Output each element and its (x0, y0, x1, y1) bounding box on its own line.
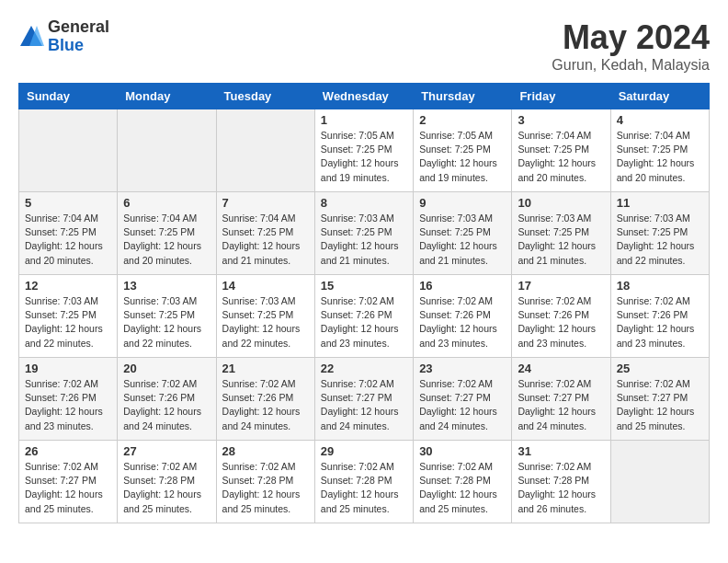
day-number: 9 (419, 196, 506, 210)
day-number: 13 (123, 279, 210, 293)
day-cell: 9Sunrise: 7:03 AM Sunset: 7:25 PM Daylig… (414, 192, 512, 275)
day-info: Sunrise: 7:04 AM Sunset: 7:25 PM Dayligh… (222, 212, 309, 268)
day-cell: 11Sunrise: 7:03 AM Sunset: 7:25 PM Dayli… (610, 192, 709, 275)
day-info: Sunrise: 7:02 AM Sunset: 7:27 PM Dayligh… (419, 377, 506, 433)
day-cell: 5Sunrise: 7:04 AM Sunset: 7:25 PM Daylig… (19, 192, 118, 275)
day-info: Sunrise: 7:04 AM Sunset: 7:25 PM Dayligh… (25, 212, 111, 268)
day-info: Sunrise: 7:02 AM Sunset: 7:28 PM Dayligh… (518, 460, 604, 516)
day-header-monday: Monday (118, 84, 216, 109)
page-header: General Blue May 2024 Gurun, Kedah, Mala… (18, 18, 710, 74)
day-cell: 6Sunrise: 7:04 AM Sunset: 7:25 PM Daylig… (118, 192, 216, 275)
day-cell: 15Sunrise: 7:02 AM Sunset: 7:26 PM Dayli… (314, 275, 413, 358)
day-cell: 18Sunrise: 7:02 AM Sunset: 7:26 PM Dayli… (610, 275, 709, 358)
day-info: Sunrise: 7:02 AM Sunset: 7:27 PM Dayligh… (25, 460, 111, 516)
day-number: 14 (222, 279, 309, 293)
day-cell: 16Sunrise: 7:02 AM Sunset: 7:26 PM Dayli… (414, 275, 512, 358)
day-info: Sunrise: 7:02 AM Sunset: 7:26 PM Dayligh… (518, 294, 604, 350)
day-number: 2 (419, 113, 506, 127)
day-header-tuesday: Tuesday (216, 84, 314, 109)
week-row-3: 12Sunrise: 7:03 AM Sunset: 7:25 PM Dayli… (19, 275, 710, 358)
day-cell: 30Sunrise: 7:02 AM Sunset: 7:28 PM Dayli… (414, 441, 512, 523)
day-info: Sunrise: 7:02 AM Sunset: 7:26 PM Dayligh… (617, 294, 703, 350)
day-info: Sunrise: 7:04 AM Sunset: 7:25 PM Dayligh… (617, 129, 703, 185)
day-cell: 28Sunrise: 7:02 AM Sunset: 7:28 PM Dayli… (216, 441, 314, 523)
day-info: Sunrise: 7:02 AM Sunset: 7:27 PM Dayligh… (518, 377, 604, 433)
day-cell: 29Sunrise: 7:02 AM Sunset: 7:28 PM Dayli… (314, 441, 413, 523)
day-number: 23 (419, 362, 506, 375)
day-number: 15 (321, 279, 407, 293)
day-cell (610, 441, 709, 523)
day-cell: 13Sunrise: 7:03 AM Sunset: 7:25 PM Dayli… (118, 275, 216, 358)
day-cell: 3Sunrise: 7:04 AM Sunset: 7:25 PM Daylig… (512, 109, 610, 192)
day-info: Sunrise: 7:03 AM Sunset: 7:25 PM Dayligh… (222, 294, 309, 350)
day-info: Sunrise: 7:04 AM Sunset: 7:25 PM Dayligh… (123, 212, 210, 268)
day-cell: 22Sunrise: 7:02 AM Sunset: 7:27 PM Dayli… (314, 358, 413, 441)
day-cell: 21Sunrise: 7:02 AM Sunset: 7:26 PM Dayli… (216, 358, 314, 441)
day-info: Sunrise: 7:02 AM Sunset: 7:26 PM Dayligh… (222, 377, 309, 433)
day-cell: 24Sunrise: 7:02 AM Sunset: 7:27 PM Dayli… (512, 358, 610, 441)
day-cell: 20Sunrise: 7:02 AM Sunset: 7:26 PM Dayli… (118, 358, 216, 441)
day-cell (19, 109, 118, 192)
location-subtitle: Gurun, Kedah, Malaysia (552, 57, 710, 74)
day-info: Sunrise: 7:05 AM Sunset: 7:25 PM Dayligh… (321, 129, 407, 185)
day-number: 11 (617, 196, 703, 210)
day-cell: 26Sunrise: 7:02 AM Sunset: 7:27 PM Dayli… (19, 441, 118, 523)
day-cell: 10Sunrise: 7:03 AM Sunset: 7:25 PM Dayli… (512, 192, 610, 275)
day-number: 7 (222, 196, 309, 210)
day-info: Sunrise: 7:02 AM Sunset: 7:28 PM Dayligh… (419, 460, 506, 516)
day-cell: 25Sunrise: 7:02 AM Sunset: 7:27 PM Dayli… (610, 358, 709, 441)
day-cell: 8Sunrise: 7:03 AM Sunset: 7:25 PM Daylig… (314, 192, 413, 275)
day-number: 30 (419, 444, 506, 458)
day-number: 8 (321, 196, 407, 210)
logo-blue-text: Blue (48, 37, 109, 55)
day-number: 26 (25, 444, 111, 458)
day-number: 29 (321, 444, 407, 458)
week-row-4: 19Sunrise: 7:02 AM Sunset: 7:26 PM Dayli… (19, 358, 710, 441)
day-info: Sunrise: 7:05 AM Sunset: 7:25 PM Dayligh… (419, 129, 506, 185)
day-number: 21 (222, 362, 309, 375)
day-info: Sunrise: 7:02 AM Sunset: 7:27 PM Dayligh… (321, 377, 407, 433)
day-info: Sunrise: 7:02 AM Sunset: 7:26 PM Dayligh… (25, 377, 111, 433)
day-header-saturday: Saturday (610, 84, 709, 109)
day-number: 17 (518, 279, 604, 293)
week-row-5: 26Sunrise: 7:02 AM Sunset: 7:27 PM Dayli… (19, 441, 710, 523)
day-info: Sunrise: 7:02 AM Sunset: 7:26 PM Dayligh… (123, 377, 210, 433)
day-header-sunday: Sunday (19, 84, 118, 109)
day-header-wednesday: Wednesday (314, 84, 413, 109)
day-info: Sunrise: 7:02 AM Sunset: 7:26 PM Dayligh… (419, 294, 506, 350)
day-number: 19 (25, 362, 111, 375)
logo-text: General Blue (48, 18, 109, 55)
day-cell: 19Sunrise: 7:02 AM Sunset: 7:26 PM Dayli… (19, 358, 118, 441)
days-header-row: SundayMondayTuesdayWednesdayThursdayFrid… (19, 84, 710, 109)
day-number: 28 (222, 444, 309, 458)
logo-icon (18, 24, 44, 50)
day-header-friday: Friday (512, 84, 610, 109)
day-cell: 23Sunrise: 7:02 AM Sunset: 7:27 PM Dayli… (414, 358, 512, 441)
day-number: 27 (123, 444, 210, 458)
day-number: 25 (617, 362, 703, 375)
day-number: 31 (518, 444, 604, 458)
day-info: Sunrise: 7:03 AM Sunset: 7:25 PM Dayligh… (617, 212, 703, 268)
week-row-2: 5Sunrise: 7:04 AM Sunset: 7:25 PM Daylig… (19, 192, 710, 275)
day-header-thursday: Thursday (414, 84, 512, 109)
day-cell: 2Sunrise: 7:05 AM Sunset: 7:25 PM Daylig… (414, 109, 512, 192)
day-cell: 4Sunrise: 7:04 AM Sunset: 7:25 PM Daylig… (610, 109, 709, 192)
day-info: Sunrise: 7:03 AM Sunset: 7:25 PM Dayligh… (123, 294, 210, 350)
month-title: May 2024 (552, 18, 710, 57)
day-number: 16 (419, 279, 506, 293)
day-number: 20 (123, 362, 210, 375)
day-info: Sunrise: 7:03 AM Sunset: 7:25 PM Dayligh… (321, 212, 407, 268)
day-info: Sunrise: 7:03 AM Sunset: 7:25 PM Dayligh… (419, 212, 506, 268)
logo: General Blue (18, 18, 109, 55)
day-cell (216, 109, 314, 192)
day-number: 4 (617, 113, 703, 127)
day-cell: 7Sunrise: 7:04 AM Sunset: 7:25 PM Daylig… (216, 192, 314, 275)
day-number: 10 (518, 196, 604, 210)
day-cell: 12Sunrise: 7:03 AM Sunset: 7:25 PM Dayli… (19, 275, 118, 358)
day-number: 18 (617, 279, 703, 293)
day-cell: 14Sunrise: 7:03 AM Sunset: 7:25 PM Dayli… (216, 275, 314, 358)
day-number: 5 (25, 196, 111, 210)
week-row-1: 1Sunrise: 7:05 AM Sunset: 7:25 PM Daylig… (19, 109, 710, 192)
logo-general-text: General (48, 18, 109, 37)
day-cell: 17Sunrise: 7:02 AM Sunset: 7:26 PM Dayli… (512, 275, 610, 358)
